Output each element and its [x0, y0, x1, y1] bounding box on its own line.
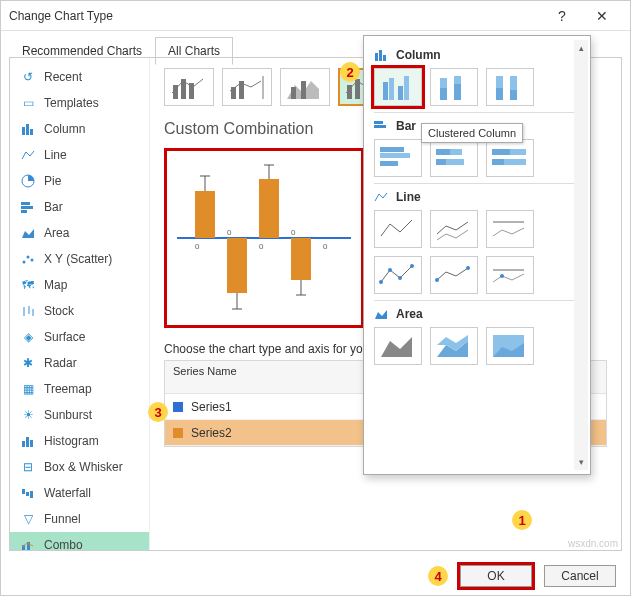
dialog-footer: 4 OK Cancel [428, 565, 616, 587]
dd-section-area: Area [374, 307, 580, 321]
sidebar-item-column[interactable]: Column [10, 116, 149, 142]
combo-icon [20, 537, 36, 550]
dd-section-line: Line [374, 190, 580, 204]
sunburst-icon: ☀ [20, 407, 36, 423]
svg-rect-14 [22, 441, 25, 447]
svg-marker-86 [375, 310, 387, 319]
svg-rect-71 [436, 149, 450, 155]
sidebar-item-label: Radar [44, 356, 77, 370]
sidebar-item-combo[interactable]: Combo [10, 532, 149, 550]
combo-subtype-3[interactable] [280, 68, 330, 106]
bar-icon [20, 199, 36, 215]
sidebar-item-funnel[interactable]: ▽Funnel [10, 506, 149, 532]
sidebar-item-line[interactable]: Line [10, 142, 149, 168]
svg-rect-54 [383, 82, 388, 100]
sidebar-item-radar[interactable]: ✱Radar [10, 350, 149, 376]
dd-stacked-line-markers[interactable] [430, 256, 478, 294]
svg-rect-37 [227, 238, 247, 293]
svg-rect-4 [21, 202, 30, 205]
dialog-title: Change Chart Type [9, 9, 542, 23]
dd-100-stacked-line[interactable] [486, 210, 534, 248]
dd-100-stacked-line-markers[interactable] [486, 256, 534, 294]
series2-swatch [173, 428, 183, 438]
chart-category-sidebar: ↺Recent ▭Templates Column Line Pie Bar A… [10, 58, 150, 550]
combo-subtype-2[interactable] [222, 68, 272, 106]
dd-line[interactable] [374, 210, 422, 248]
waterfall-icon [20, 485, 36, 501]
help-button[interactable]: ? [542, 2, 582, 30]
svg-rect-18 [26, 492, 29, 496]
recent-icon: ↺ [20, 69, 36, 85]
svg-rect-57 [404, 76, 409, 100]
treemap-icon: ▦ [20, 381, 36, 397]
col-series-name: Series Name [165, 361, 360, 393]
dd-stacked-line[interactable] [430, 210, 478, 248]
svg-rect-67 [374, 125, 386, 128]
dd-stacked-column[interactable] [430, 68, 478, 106]
sidebar-item-scatter[interactable]: X Y (Scatter) [10, 246, 149, 272]
svg-point-80 [388, 268, 392, 272]
svg-rect-40 [259, 179, 279, 238]
dd-100-stacked-area[interactable] [486, 327, 534, 365]
svg-rect-76 [510, 149, 526, 155]
sidebar-item-surface[interactable]: ◈Surface [10, 324, 149, 350]
bar-icon [374, 120, 388, 132]
sidebar-item-map[interactable]: 🗺Map [10, 272, 149, 298]
svg-marker-7 [22, 229, 34, 238]
sidebar-item-stock[interactable]: Stock [10, 298, 149, 324]
chart-type-dropdown-panel: Column Bar Line [363, 35, 591, 475]
dd-clustered-column[interactable] [374, 68, 422, 106]
svg-rect-5 [21, 206, 33, 209]
svg-rect-63 [496, 88, 503, 100]
svg-rect-55 [389, 78, 394, 100]
sidebar-item-label: Sunburst [44, 408, 92, 422]
dd-area[interactable] [374, 327, 422, 365]
sidebar-item-label: Column [44, 122, 85, 136]
close-button[interactable]: ✕ [582, 2, 622, 30]
area-icon [20, 225, 36, 241]
watermark: wsxdn.com [568, 538, 618, 549]
stock-icon [20, 303, 36, 319]
surface-icon: ◈ [20, 329, 36, 345]
series1-name: Series1 [191, 400, 369, 414]
ok-button[interactable]: OK [460, 565, 532, 587]
histogram-icon [20, 433, 36, 449]
svg-point-85 [500, 274, 504, 278]
templates-icon: ▭ [20, 95, 36, 111]
combo-subtype-1[interactable] [164, 68, 214, 106]
sidebar-item-box-whisker[interactable]: ⊟Box & Whisker [10, 454, 149, 480]
sidebar-item-treemap[interactable]: ▦Treemap [10, 376, 149, 402]
svg-rect-61 [454, 84, 461, 100]
svg-rect-77 [492, 159, 504, 165]
sidebar-item-pie[interactable]: Pie [10, 168, 149, 194]
scroll-down-icon[interactable]: ▾ [574, 454, 588, 470]
annotation-4: 4 [428, 566, 448, 586]
scroll-up-icon[interactable]: ▴ [574, 40, 588, 56]
svg-rect-1 [26, 124, 29, 135]
column-icon [374, 49, 388, 61]
dd-stacked-area[interactable] [430, 327, 478, 365]
dd-100-stacked-column[interactable] [486, 68, 534, 106]
change-chart-type-dialog: Change Chart Type ? ✕ Recommended Charts… [0, 0, 631, 596]
sidebar-item-label: Map [44, 278, 67, 292]
sidebar-item-waterfall[interactable]: Waterfall [10, 480, 149, 506]
sidebar-item-templates[interactable]: ▭Templates [10, 90, 149, 116]
sidebar-item-sunburst[interactable]: ☀Sunburst [10, 402, 149, 428]
svg-text:0: 0 [195, 242, 200, 251]
dropdown-scrollbar[interactable]: ▴ ▾ [574, 40, 588, 470]
sidebar-item-bar[interactable]: Bar [10, 194, 149, 220]
dd-line-markers[interactable] [374, 256, 422, 294]
svg-rect-70 [380, 161, 398, 166]
dd-stacked-bar[interactable] [430, 139, 478, 177]
sidebar-item-area[interactable]: Area [10, 220, 149, 246]
cancel-button[interactable]: Cancel [544, 565, 616, 587]
sidebar-item-label: Templates [44, 96, 99, 110]
dd-clustered-bar[interactable] [374, 139, 422, 177]
sidebar-item-recent[interactable]: ↺Recent [10, 64, 149, 90]
sidebar-item-histogram[interactable]: Histogram [10, 428, 149, 454]
annotation-3: 3 [148, 402, 168, 422]
sidebar-item-label: Bar [44, 200, 63, 214]
radar-icon: ✱ [20, 355, 36, 371]
dd-100-stacked-bar[interactable] [486, 139, 534, 177]
svg-rect-2 [30, 129, 33, 135]
